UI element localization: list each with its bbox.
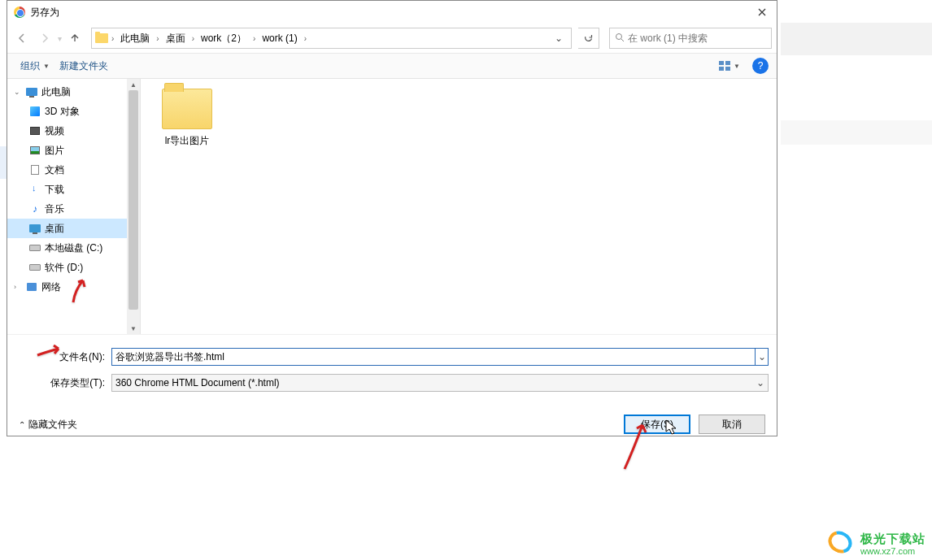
breadcrumb-work1[interactable]: work (1) [257, 28, 302, 48]
sidebar-label: 下载 [45, 183, 64, 197]
filename-dropdown[interactable]: ⌄ [756, 348, 769, 366]
sidebar-item-diskd[interactable]: 软件 (D:) [7, 258, 140, 277]
hide-folders-toggle[interactable]: ⌃ 隐藏文件夹 [19, 418, 77, 432]
disk-icon [29, 264, 41, 271]
sidebar-item-pictures[interactable]: 图片 [7, 141, 140, 160]
back-button[interactable] [12, 28, 32, 48]
help-button[interactable]: ? [752, 58, 769, 74]
chevron-right-icon[interactable]: › [155, 34, 160, 43]
filename-input[interactable] [111, 348, 756, 366]
picture-icon [30, 146, 40, 154]
sidebar-item-video[interactable]: 视频 [7, 121, 140, 141]
organize-menu[interactable]: 组织 ▼ [15, 56, 54, 76]
folder-label: lr导出图片 [165, 134, 210, 148]
arrow-right-icon [39, 33, 50, 44]
folder-icon [94, 30, 110, 46]
sidebar-scrollbar[interactable]: ▲ ▼ [127, 79, 140, 334]
new-folder-button[interactable]: 新建文件夹 [54, 56, 113, 76]
chevron-right-icon[interactable]: › [251, 34, 257, 43]
sidebar-label: 音乐 [45, 202, 64, 216]
view-button[interactable]: ▼ [714, 58, 744, 74]
view-icon [718, 60, 731, 72]
up-button[interactable] [65, 28, 85, 48]
breadcrumb-pc[interactable]: 此电脑 [115, 28, 155, 48]
folder-item[interactable]: lr导出图片 [150, 89, 224, 148]
chevron-down-icon: ⌄ [14, 88, 22, 96]
dialog-title: 另存为 [30, 6, 59, 20]
breadcrumb-dropdown[interactable]: ⌄ [548, 33, 569, 44]
breadcrumb-work2[interactable]: work（2） [196, 28, 251, 48]
titlebar: 另存为 [7, 1, 777, 24]
breadcrumb[interactable]: › 此电脑 › 桌面 › work（2） › work (1) › ⌄ [91, 28, 572, 49]
watermark-logo-icon [828, 532, 856, 556]
disk-icon [29, 245, 41, 251]
network-icon [27, 283, 37, 291]
chrome-icon [14, 7, 25, 18]
chevron-down-icon: ▼ [43, 63, 50, 70]
chevron-right-icon[interactable]: › [190, 34, 196, 43]
arrow-left-icon [16, 33, 28, 44]
svg-rect-2 [725, 61, 730, 65]
sidebar-item-desktop[interactable]: 桌面 [7, 219, 140, 238]
watermark-en: www.xz7.com [860, 546, 925, 557]
nav-dropdown-icon[interactable]: ▾ [58, 34, 62, 43]
music-icon: ♪ [33, 203, 37, 215]
scroll-thumb[interactable] [128, 90, 138, 310]
folder-icon [162, 89, 212, 129]
arrow-up-icon [69, 33, 81, 44]
sidebar-label: 文档 [45, 163, 64, 177]
sidebar-item-3d[interactable]: 3D 对象 [7, 102, 140, 121]
scroll-down-icon[interactable]: ▼ [127, 323, 140, 334]
cancel-button[interactable]: 取消 [699, 415, 765, 434]
video-icon [30, 127, 40, 135]
search-icon [615, 33, 625, 45]
chevron-down-icon: ▼ [734, 63, 740, 70]
refresh-icon [583, 33, 594, 44]
save-as-dialog: 另存为 ▾ › 此电脑 › 桌面 › work（2） › work (1) › [7, 0, 777, 436]
svg-rect-3 [719, 67, 724, 71]
hide-folders-label: 隐藏文件夹 [28, 418, 77, 432]
scroll-up-icon[interactable]: ▲ [127, 79, 140, 90]
sidebar-item-pc[interactable]: ⌄ 此电脑 [7, 82, 140, 102]
chevron-right-icon[interactable]: › [110, 34, 115, 43]
sidebar-item-documents[interactable]: 文档 [7, 160, 140, 180]
chevron-up-icon: ⌃ [19, 420, 25, 429]
close-button[interactable] [754, 4, 770, 20]
refresh-button[interactable] [578, 28, 599, 49]
organize-label: 组织 [20, 59, 40, 73]
watermark: 极光下载站 www.xz7.com [828, 532, 925, 557]
sidebar-item-diskc[interactable]: 本地磁盘 (C:) [7, 238, 140, 258]
filetype-value: 360 Chrome HTML Document (*.html) [115, 377, 280, 389]
breadcrumb-desktop[interactable]: 桌面 [161, 28, 190, 48]
desktop-icon [29, 224, 41, 232]
search-input[interactable] [628, 33, 766, 44]
sidebar: ⌄ 此电脑 3D 对象 视频 图片 文档 下载 [7, 79, 141, 334]
forward-button[interactable] [35, 28, 54, 48]
download-icon [30, 184, 40, 194]
nav-bar: ▾ › 此电脑 › 桌面 › work（2） › work (1) › ⌄ [7, 24, 777, 53]
watermark-cn: 极光下载站 [860, 532, 925, 546]
filetype-label: 保存类型(T): [15, 376, 111, 390]
sidebar-label: 软件 (D:) [45, 261, 83, 275]
computer-icon [26, 88, 37, 96]
sidebar-label: 桌面 [45, 222, 64, 236]
svg-point-0 [616, 33, 622, 39]
save-button[interactable]: 保存(S) [624, 415, 690, 434]
filetype-select[interactable]: 360 Chrome HTML Document (*.html) ⌄ [111, 374, 769, 392]
cube-icon [30, 106, 40, 116]
search-box[interactable] [609, 28, 772, 49]
main-area: ⌄ 此电脑 3D 对象 视频 图片 文档 下载 [7, 79, 777, 334]
sidebar-label: 图片 [45, 144, 64, 158]
sidebar-label: 此电脑 [41, 85, 71, 99]
chevron-right-icon: › [14, 283, 22, 291]
svg-rect-1 [719, 61, 724, 65]
sidebar-item-network[interactable]: › 网络 [7, 277, 140, 297]
file-list[interactable]: lr导出图片 [141, 79, 777, 334]
sidebar-item-downloads[interactable]: 下载 [7, 180, 140, 199]
filename-label: 文件名(N): [15, 350, 111, 364]
document-icon [31, 165, 39, 175]
footer: ⌃ 隐藏文件夹 保存(S) 取消 [7, 406, 777, 442]
sidebar-item-music[interactable]: ♪ 音乐 [7, 199, 140, 219]
sidebar-label: 网络 [41, 280, 61, 294]
chevron-right-icon[interactable]: › [303, 34, 308, 43]
